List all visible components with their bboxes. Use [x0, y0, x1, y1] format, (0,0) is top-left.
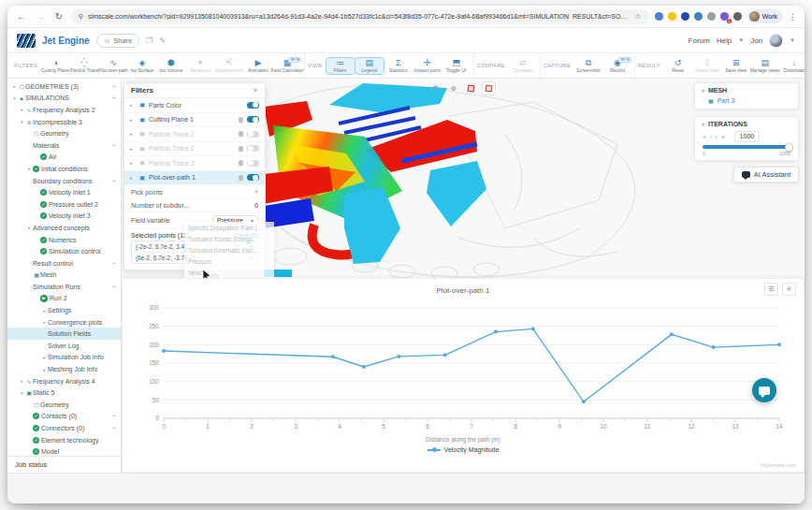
forward-icon[interactable]: → [34, 11, 47, 22]
chevron-down-icon[interactable]: ▼ [790, 37, 795, 43]
slider-knob[interactable] [785, 143, 793, 152]
tree-item-numerics[interactable]: ✓Numerics [7, 234, 121, 246]
toolbar-reset-button[interactable]: ↺ Reset [664, 58, 692, 74]
toolbar-particle-trace-button[interactable]: ⁛ Particle Trace [70, 58, 98, 74]
tree-item-static-5[interactable]: ▾▣Static 5 [7, 386, 121, 399]
help-menu[interactable]: Help [717, 36, 732, 45]
tree-item-materials[interactable]: Materials+ [7, 139, 121, 152]
toolbar-save-view-button[interactable]: ⊞ Save view [722, 58, 750, 74]
tree-item-element-technology[interactable]: ✓Element technology [7, 434, 121, 446]
browser-menu-icon[interactable]: ⋮ [789, 12, 797, 22]
subdivisions-value[interactable]: 0 [254, 202, 258, 209]
filter-row-parts-color[interactable]: ▸ ▣ Parts Color [124, 98, 265, 113]
toolbar-displacement-button[interactable]: ⇱ Displacement [215, 58, 243, 74]
tree-item-boundary-conditions[interactable]: Boundary conditions+ [7, 175, 121, 187]
dropdown-option[interactable]: Velocity [184, 267, 274, 278]
toolbar-field-calculator-button[interactable]: BETA ▦ Field Calculator [273, 58, 301, 74]
extension-box-icon[interactable] [733, 12, 742, 21]
last-iteration-icon[interactable]: » [721, 134, 725, 140]
legend-item-velocity-magnitude[interactable]: Velocity Magnitude [123, 446, 804, 453]
chart-close-icon[interactable]: ✕ [782, 283, 796, 296]
toolbar-manage-views-button[interactable]: ▤ Manage views [751, 58, 779, 74]
tree-item-velocity-inlet-3[interactable]: ✓Velocity inlet 3 [7, 211, 121, 223]
visibility-toggle[interactable] [247, 102, 259, 109]
tree-item-result-control[interactable]: Result control+ [7, 257, 121, 270]
delete-icon[interactable] [238, 116, 244, 124]
share-button[interactable]: ☺Share [96, 34, 140, 48]
tree-item-incompressible-3[interactable]: ▾≋Incompressible 3 [7, 116, 121, 128]
caret-down-icon[interactable]: ▼ [701, 88, 705, 94]
add-icon[interactable]: + [112, 260, 116, 267]
toolbar-cutting-plane-button[interactable]: ◑ Cutting Plane [41, 58, 69, 74]
add-icon[interactable]: + [112, 425, 116, 431]
support-chat-button[interactable] [752, 378, 776, 402]
caret-right-icon[interactable]: ▸ [41, 319, 48, 325]
previous-iteration-icon[interactable]: ‹ [710, 134, 712, 140]
ai-assistant-button[interactable]: AI Assistant [733, 167, 799, 182]
extension-yellow-icon[interactable] [668, 12, 676, 21]
caret-down-icon[interactable]: ▾ [11, 95, 18, 101]
tree-item-advanced-concepts[interactable]: ▸Advanced concepts [7, 222, 121, 234]
extension-navy-icon[interactable] [681, 12, 689, 21]
iteration-slider[interactable] [703, 145, 790, 149]
toolbar-statistics-button[interactable]: Σ Statistics [384, 58, 413, 74]
caret-down-icon[interactable]: ▾ [19, 119, 25, 124]
tree-item-connectors-0[interactable]: ✓Connectors (0)+ [7, 422, 121, 434]
tree-item-pressure-outlet-2[interactable]: ✓Pressure outlet 2 [7, 198, 121, 211]
tree-item-initial-conditions[interactable]: ▸✓Initial conditions [7, 163, 121, 175]
toolbar-record-button[interactable]: BETA ◉ Record [603, 58, 631, 74]
browser-profile[interactable]: Work [747, 9, 783, 23]
viewport-settings-gear-icon[interactable]: ⚙ [428, 81, 442, 95]
caret-right-icon[interactable]: ▸ [130, 160, 136, 166]
delete-icon[interactable] [238, 130, 244, 138]
user-avatar[interactable] [769, 34, 783, 48]
toolbar-iso-surface-button[interactable]: ◈ Iso Surface [128, 58, 156, 74]
tree-item-velocity-inlet-1[interactable]: ✓Velocity inlet 1 [7, 186, 121, 198]
iteration-value[interactable]: 1000 [734, 131, 761, 142]
add-icon[interactable]: + [112, 83, 116, 90]
extension-s-icon[interactable]: 1 [720, 12, 729, 21]
toolbar-screenshot-button[interactable]: ⧉ Screenshot [574, 58, 602, 74]
tree-item-air[interactable]: ✓Air [7, 152, 121, 164]
add-icon[interactable]: + [112, 413, 116, 419]
project-title[interactable]: Jet Engine [42, 36, 90, 46]
caret-right-icon[interactable]: ▸ [11, 83, 18, 89]
caret-right-icon[interactable]: ▸ [41, 355, 48, 360]
caret-right-icon[interactable]: ▸ [130, 175, 136, 181]
toolbar-plot-over-path-button[interactable]: ∿ Plot-over-path [99, 58, 127, 74]
tree-item-simulation-job-info[interactable]: ▸Simulation Job Info [7, 352, 121, 364]
tree-item-solver-log[interactable]: Solver Log [7, 340, 121, 352]
tree-item-mesh[interactable]: ▦Mesh [7, 270, 121, 282]
viewport-cube-active-icon[interactable] [482, 81, 496, 95]
tree-item-run-2[interactable]: ▶Run 2 [7, 293, 121, 305]
caret-down-icon[interactable]: ▾ [19, 390, 25, 396]
caret-right-icon[interactable]: ▸ [19, 378, 25, 384]
add-icon[interactable]: + [112, 142, 116, 149]
delete-icon[interactable] [238, 174, 244, 182]
bookmark-star-icon[interactable]: ☆ [635, 12, 642, 21]
url-text[interactable]: simscale.com/workbench/?pid=929913508104… [88, 13, 630, 20]
toolbar-iso-volume-button[interactable]: ⬢ Iso Volume [157, 58, 185, 74]
delete-icon[interactable] [238, 145, 244, 153]
tree-item-simulations[interactable]: ▾▲SIMULATIONS+ [7, 93, 121, 105]
line-chart[interactable]: 05010015020025030001234567891011121314 [132, 302, 792, 435]
tree-item-simulation-control[interactable]: ✓Simulation control [7, 245, 121, 257]
dropdown-option[interactable]: Specific Dissipation Rate (... [184, 222, 274, 233]
caret-right-icon[interactable]: ▸ [130, 102, 136, 108]
toolbar-compare-button[interactable]: ⇄ Compare [509, 58, 537, 74]
tree-item-geometry[interactable]: ⬡Geometry [7, 399, 121, 411]
tree-item-frequency-analysis-4[interactable]: ▸∿Frequency Analysis 4 [7, 375, 121, 387]
chart-menu-icon[interactable]: ☰ [764, 283, 778, 296]
site-info-icon[interactable]: ⚲ [79, 13, 83, 21]
url-bar[interactable]: ⚲ simscale.com/workbench/?pid=9299135081… [71, 9, 649, 24]
copy-link-icon[interactable]: ❐ [146, 36, 152, 45]
tree-item-contacts-0[interactable]: ✓Contacts (0)+ [7, 411, 121, 423]
add-icon[interactable]: + [112, 95, 116, 101]
back-icon[interactable]: ← [15, 11, 28, 22]
visibility-toggle[interactable] [247, 174, 259, 181]
extension-lightblue-icon[interactable] [694, 12, 703, 21]
extension-grey-icon[interactable] [707, 12, 716, 21]
dropdown-option[interactable]: Pressure [184, 255, 274, 267]
filter-row-cutting-plane-1[interactable]: ▸ ▣ Cutting Plane 1 [124, 113, 265, 128]
tree-item-solution-fields[interactable]: Solution Fields [7, 328, 121, 340]
